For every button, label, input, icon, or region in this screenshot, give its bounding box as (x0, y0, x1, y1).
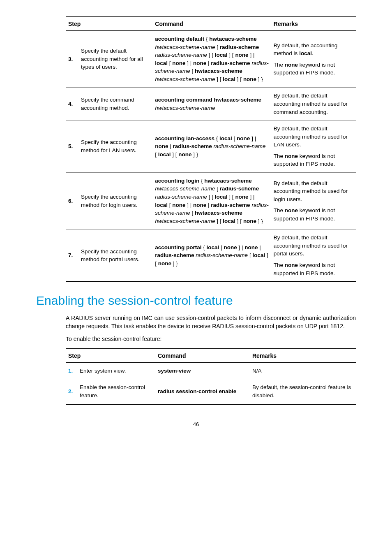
step-number: 6. (66, 172, 78, 229)
step-description: Specify the accounting method for login … (78, 172, 152, 229)
step-description: Enable the session-control feature. (77, 379, 155, 404)
remarks-cell: By default, the default accounting metho… (271, 121, 356, 173)
command-cell: radius session-control enable (155, 379, 250, 404)
command-cell: accounting command hwtacacs-scheme hwtac… (152, 88, 271, 121)
col-header-step: Step (66, 17, 152, 31)
step-description: Specify the default accounting method fo… (78, 31, 152, 88)
command-cell: accounting lan-access { local [ none ] |… (152, 121, 271, 173)
remarks-cell: By default, the default accounting metho… (271, 88, 356, 121)
step-description: Specify the command accounting method. (78, 88, 152, 121)
col-header-remarks: Remarks (250, 349, 356, 363)
command-cell: accounting portal { local [ none ] | non… (152, 229, 271, 282)
step-number: 4. (66, 88, 78, 121)
page-number: 46 (36, 421, 356, 427)
step-description: Specify the accounting method for LAN us… (78, 121, 152, 173)
remarks-cell: By default, the default accounting metho… (271, 172, 356, 229)
table-row: 1.Enter system view.system-viewN/A (66, 362, 356, 379)
command-cell: accounting default { hwtacacs-scheme hwt… (152, 31, 271, 88)
remarks-cell: By default, the default accounting metho… (271, 229, 356, 282)
table-row: 4.Specify the command accounting method.… (66, 88, 356, 121)
table-row: 2.Enable the session-control feature.rad… (66, 379, 356, 404)
accounting-methods-table: Step Command Remarks 3.Specify the defau… (66, 16, 356, 282)
col-header-step: Step (66, 349, 155, 363)
step-description: Enter system view. (77, 362, 155, 379)
intro-paragraph-2: To enable the session-control feature: (66, 335, 356, 343)
section-heading: Enabling the session-control feature (36, 294, 356, 308)
step-description: Specify the accounting method for portal… (78, 229, 152, 282)
command-cell: accounting login { hwtacacs-scheme hwtac… (152, 172, 271, 229)
col-header-remarks: Remarks (271, 17, 356, 31)
step-number: 2. (66, 379, 77, 404)
step-number: 3. (66, 31, 78, 88)
col-header-command: Command (155, 349, 250, 363)
step-number: 5. (66, 121, 78, 173)
remarks-cell: By default, the session-control feature … (250, 379, 356, 404)
col-header-command: Command (152, 17, 271, 31)
table-row: 6.Specify the accounting method for logi… (66, 172, 356, 229)
remarks-cell: By default, the accounting method is loc… (271, 31, 356, 88)
command-cell: system-view (155, 362, 250, 379)
session-control-table: Step Command Remarks 1.Enter system view… (66, 348, 356, 405)
step-number: 7. (66, 229, 78, 282)
table-row: 5.Specify the accounting method for LAN … (66, 121, 356, 173)
intro-paragraph-1: A RADIUS server running on IMC can use s… (66, 314, 356, 330)
step-number: 1. (66, 362, 77, 379)
table-row: 7.Specify the accounting method for port… (66, 229, 356, 282)
table-row: 3.Specify the default accounting method … (66, 31, 356, 88)
remarks-cell: N/A (250, 362, 356, 379)
